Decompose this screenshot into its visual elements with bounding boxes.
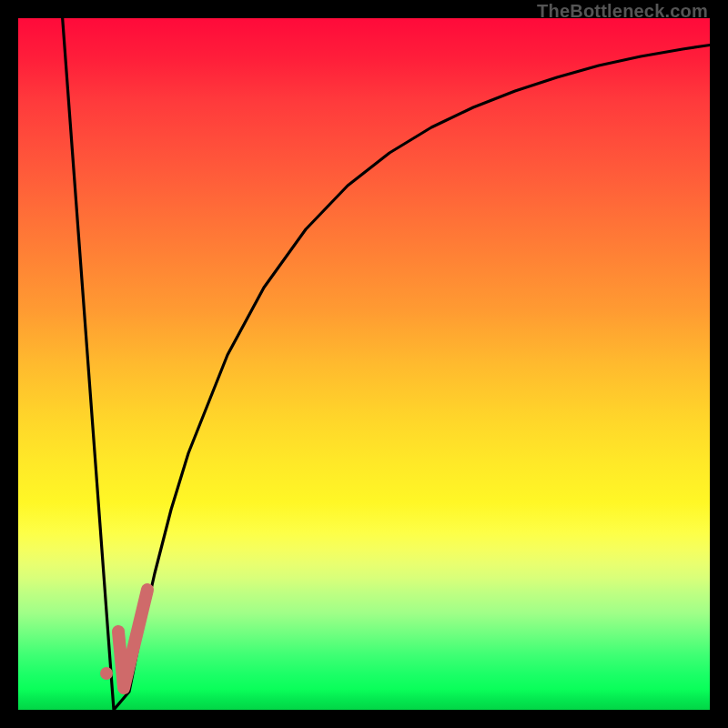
bottleneck-curve (56, 18, 710, 710)
chart-svg (18, 18, 710, 710)
outer-frame: TheBottleneck.com (0, 0, 728, 728)
plot-area (18, 18, 710, 710)
marker-dot (100, 667, 113, 680)
marker-tick (118, 590, 147, 688)
watermark-text: TheBottleneck.com (537, 1, 708, 22)
